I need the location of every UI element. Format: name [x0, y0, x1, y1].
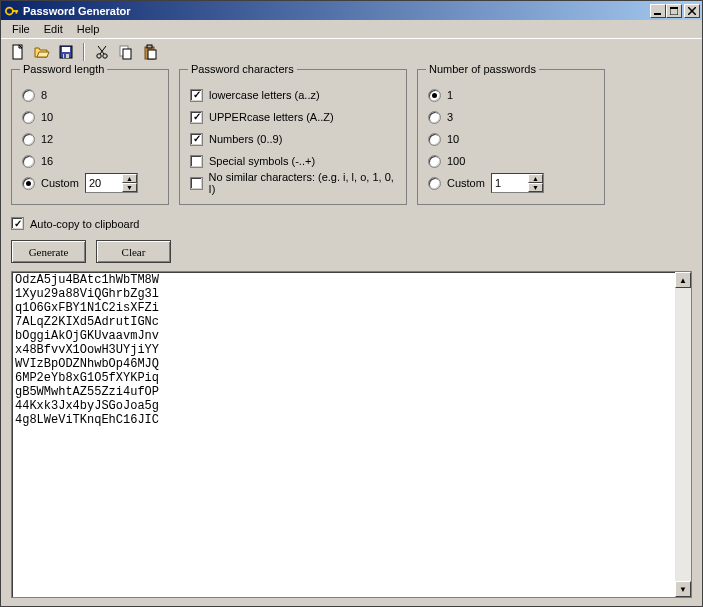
radio-count-100[interactable] — [428, 155, 441, 168]
svg-rect-2 — [16, 10, 18, 14]
length-custom-label: Custom — [41, 177, 79, 189]
count-3-label: 3 — [447, 111, 453, 123]
length-12-label: 12 — [41, 133, 53, 145]
paste-icon[interactable] — [139, 41, 161, 63]
menu-edit[interactable]: Edit — [37, 21, 70, 37]
autocopy-label: Auto-copy to clipboard — [30, 218, 139, 230]
client-area: Password length 8 10 12 16 Custom ▲ ▼ — [1, 65, 702, 606]
cut-icon[interactable] — [91, 41, 113, 63]
toolbar — [1, 39, 702, 65]
menu-file[interactable]: File — [5, 21, 37, 37]
length-16-label: 16 — [41, 155, 53, 167]
svg-rect-15 — [64, 54, 66, 58]
count-10-label: 10 — [447, 133, 459, 145]
count-custom-input[interactable] — [492, 174, 528, 192]
check-autocopy[interactable] — [11, 217, 24, 230]
count-spin-up[interactable]: ▲ — [528, 174, 543, 183]
app-window: Password Generator File Edit Help — [0, 0, 703, 607]
menu-help[interactable]: Help — [70, 21, 107, 37]
svg-rect-5 — [670, 7, 678, 9]
count-100-label: 100 — [447, 155, 465, 167]
scroll-track[interactable] — [675, 288, 691, 581]
count-1-label: 1 — [447, 89, 453, 101]
svg-rect-13 — [62, 47, 70, 52]
radio-length-12[interactable] — [22, 133, 35, 146]
generate-button[interactable]: Generate — [11, 240, 86, 263]
app-icon — [4, 3, 20, 19]
menubar: File Edit Help — [1, 20, 702, 39]
group-legend-count: Number of passwords — [426, 63, 539, 75]
radio-count-1[interactable] — [428, 89, 441, 102]
copy-icon[interactable] — [115, 41, 137, 63]
toolbar-separator — [83, 43, 85, 61]
svg-rect-23 — [147, 45, 152, 48]
length-8-label: 8 — [41, 89, 47, 101]
new-file-icon[interactable] — [7, 41, 29, 63]
length-custom-spinner: ▲ ▼ — [85, 173, 138, 193]
svg-point-19 — [103, 54, 107, 58]
count-spin-down[interactable]: ▼ — [528, 183, 543, 192]
scroll-up-button[interactable]: ▲ — [675, 272, 691, 288]
group-number-of-passwords: Number of passwords 1 3 10 100 Custom ▲ … — [417, 69, 605, 205]
radio-count-3[interactable] — [428, 111, 441, 124]
window-buttons — [650, 4, 700, 18]
length-custom-input[interactable] — [86, 174, 122, 192]
check-lowercase[interactable] — [190, 89, 203, 102]
check-uppercase[interactable] — [190, 111, 203, 124]
save-file-icon[interactable] — [55, 41, 77, 63]
group-legend-chars: Password characters — [188, 63, 297, 75]
close-button[interactable] — [684, 4, 700, 18]
option-groups: Password length 8 10 12 16 Custom ▲ ▼ — [11, 69, 692, 205]
group-legend-length: Password length — [20, 63, 107, 75]
count-custom-label: Custom — [447, 177, 485, 189]
titlebar: Password Generator — [1, 1, 702, 20]
svg-rect-24 — [148, 50, 156, 59]
vertical-scrollbar: ▲ ▼ — [675, 272, 691, 597]
radio-length-10[interactable] — [22, 111, 35, 124]
button-row: Generate Clear — [11, 240, 692, 263]
maximize-button[interactable] — [666, 4, 682, 18]
radio-count-custom[interactable] — [428, 177, 441, 190]
symbols-label: Special symbols (-..+) — [209, 155, 315, 167]
radio-count-10[interactable] — [428, 133, 441, 146]
window-title: Password Generator — [23, 5, 650, 17]
length-spin-up[interactable]: ▲ — [122, 174, 137, 183]
group-password-length: Password length 8 10 12 16 Custom ▲ ▼ — [11, 69, 169, 205]
length-10-label: 10 — [41, 111, 53, 123]
count-custom-spinner: ▲ ▼ — [491, 173, 544, 193]
radio-length-custom[interactable] — [22, 177, 35, 190]
svg-rect-3 — [654, 13, 661, 15]
svg-point-18 — [97, 54, 101, 58]
svg-marker-11 — [37, 52, 49, 57]
check-numbers[interactable] — [190, 133, 203, 146]
scroll-down-button[interactable]: ▼ — [675, 581, 691, 597]
check-nosimilar[interactable] — [190, 177, 203, 190]
autocopy-row: Auto-copy to clipboard — [11, 217, 692, 230]
svg-point-0 — [6, 7, 13, 14]
minimize-button[interactable] — [650, 4, 666, 18]
length-spin-down[interactable]: ▼ — [122, 183, 137, 192]
group-password-characters: Password characters lowercase letters (a… — [179, 69, 407, 205]
radio-length-16[interactable] — [22, 155, 35, 168]
numbers-label: Numbers (0..9) — [209, 133, 282, 145]
radio-length-8[interactable] — [22, 89, 35, 102]
uppercase-label: UPPERcase letters (A..Z) — [209, 111, 334, 123]
clear-button[interactable]: Clear — [96, 240, 171, 263]
lowercase-label: lowercase letters (a..z) — [209, 89, 320, 101]
svg-rect-21 — [123, 49, 131, 59]
output-textarea[interactable]: OdzA5ju4BAtc1hWbTM8W 1Xyu29a88ViQGhrbZg3… — [12, 272, 675, 597]
check-symbols[interactable] — [190, 155, 203, 168]
open-file-icon[interactable] — [31, 41, 53, 63]
output-container: OdzA5ju4BAtc1hWbTM8W 1Xyu29a88ViQGhrbZg3… — [11, 271, 692, 598]
nosimilar-label: No similar characters: (e.g. i, l, o, 1,… — [209, 171, 396, 195]
